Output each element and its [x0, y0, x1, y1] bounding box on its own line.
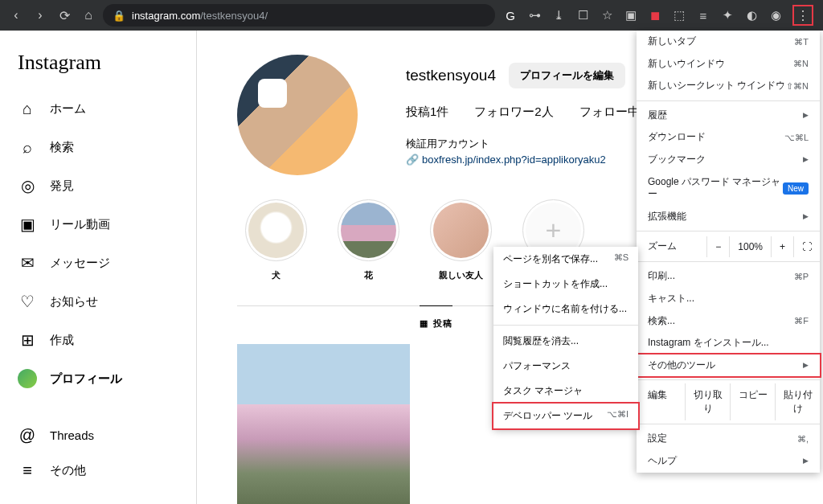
menu-help[interactable]: ヘルプ▶	[637, 450, 820, 473]
menu-paste[interactable]: 貼り付け	[775, 383, 820, 420]
sidebar-item-messages[interactable]: ✉メッセージ	[10, 245, 186, 281]
menu-incognito[interactable]: 新しいシークレット ウインドウ⇧⌘N	[637, 75, 820, 97]
highlight-item[interactable]: 親しい友人	[430, 199, 492, 281]
key-icon[interactable]: ⊶	[527, 8, 542, 23]
home-icon: ⌂	[18, 99, 37, 118]
profile-info: testkensyou4 プロフィールを編集 ⚙ 投稿1件 フォロワー2人 フォ…	[406, 55, 658, 175]
menu-downloads[interactable]: ダウンロード⌥⌘L	[637, 126, 820, 149]
submenu-task-manager[interactable]: タスク マネージャ	[493, 379, 638, 404]
submenu-clear-browsing[interactable]: 閲覧履歴を消去...	[493, 329, 638, 354]
menu-cast[interactable]: キャスト...	[637, 288, 820, 310]
url-domain: instagram.com	[132, 10, 200, 22]
sidebar-item-notifications[interactable]: ♡お知らせ	[10, 284, 186, 319]
hamburger-icon: ≡	[18, 461, 37, 480]
reels-icon: ▣	[18, 215, 37, 234]
address-bar[interactable]: 🔒 instagram.com/testkensyou4/	[103, 4, 495, 27]
search-icon: ⌕	[18, 137, 37, 157]
menu-zoom: ズーム − 100% + ⛶	[637, 235, 820, 258]
messenger-icon: ✉	[18, 253, 37, 272]
ext-icon-1[interactable]: ⤓	[551, 8, 566, 23]
ext-icon-3[interactable]: ◼	[648, 8, 662, 23]
sidebar-item-label: 発見	[50, 178, 74, 194]
tab-label: 投稿	[433, 318, 452, 330]
highlight-label: 犬	[272, 269, 280, 281]
sidebar-item-home[interactable]: ⌂ホーム	[10, 91, 186, 126]
highlight-item[interactable]: 犬	[245, 199, 307, 281]
profile-bio: 検証用アカウント	[406, 136, 658, 152]
url-path: /testkensyou4/	[200, 10, 268, 22]
sidebar-item-profile[interactable]: プロフィール	[10, 361, 186, 396]
profile-avatar[interactable]	[237, 55, 358, 175]
submenu-dev-tools[interactable]: デベロッパー ツール⌥⌘I	[492, 402, 640, 430]
submenu-save-as[interactable]: ページを別名で保存...⌘S	[493, 247, 638, 272]
home-button[interactable]: ⌂	[79, 6, 98, 25]
ext-icon-4[interactable]: ⬚	[672, 8, 686, 23]
menu-find[interactable]: 検索...⌘F	[637, 310, 820, 333]
sidebar-item-label: リール動画	[50, 217, 110, 232]
menu-history[interactable]: 履歴▶	[637, 104, 820, 127]
menu-copy[interactable]: コピー	[730, 383, 775, 420]
sidebar-item-create[interactable]: ⊞作成	[10, 322, 186, 358]
profile-link-text: boxfresh.jp/index.php?id=applikoryaku2	[422, 154, 606, 166]
menu-install[interactable]: Instagram をインストール...	[637, 332, 820, 354]
sidebar-item-search[interactable]: ⌕検索	[10, 129, 186, 165]
menu-extensions[interactable]: 拡張機能▶	[637, 206, 820, 228]
sidebar-item-explore[interactable]: ◎発見	[10, 168, 186, 203]
sidebar-bottom: @Threads ≡その他	[10, 417, 186, 488]
instagram-logo[interactable]: Instagram	[10, 51, 186, 91]
menu-edit-row: 編集 切り取り コピー 貼り付け	[637, 383, 820, 420]
sidebar-item-reels[interactable]: ▣リール動画	[10, 207, 186, 242]
forward-button[interactable]: ›	[31, 6, 50, 25]
chrome-menu-button[interactable]: ⋮	[792, 5, 813, 26]
menu-print[interactable]: 印刷...⌘P	[637, 265, 820, 288]
sidebar-item-label: ホーム	[50, 101, 86, 117]
ext-icon-2[interactable]: ▣	[624, 8, 638, 23]
stat-followers[interactable]: フォロワー2人	[474, 104, 553, 120]
highlight-item[interactable]: 花	[338, 199, 399, 281]
compass-icon: ◎	[18, 176, 37, 195]
profile-stats: 投稿1件 フォロワー2人 フォロー中1人	[406, 104, 658, 120]
threads-icon: @	[18, 425, 37, 445]
username: testkensyou4	[406, 67, 496, 84]
sidebar-item-threads[interactable]: @Threads	[10, 417, 186, 453]
submenu-performance[interactable]: パフォーマンス	[493, 354, 638, 379]
zoom-label: ズーム	[637, 235, 706, 258]
sidebar-item-label: その他	[50, 463, 86, 478]
menu-passwords[interactable]: Google パスワード マネージャーNew	[637, 171, 820, 206]
zoom-in-button[interactable]: +	[771, 236, 793, 257]
reload-button[interactable]: ⟳	[55, 6, 74, 25]
highlight-label: 花	[364, 269, 373, 281]
menu-cut[interactable]: 切り取り	[685, 383, 730, 420]
fullscreen-button[interactable]: ⛶	[793, 236, 820, 257]
menu-new-tab[interactable]: 新しいタブ⌘T	[637, 31, 820, 53]
puzzle-icon[interactable]: ✦	[720, 8, 735, 23]
lock-icon: 🔒	[113, 10, 125, 22]
profile-link[interactable]: 🔗boxfresh.jp/index.php?id=applikoryaku2	[406, 154, 658, 166]
ext-icon-5[interactable]: ≡	[696, 8, 710, 23]
sidebar-item-label: Threads	[50, 428, 94, 442]
sidebar-nav: ⌂ホーム ⌕検索 ◎発見 ▣リール動画 ✉メッセージ ♡お知らせ ⊞作成 プロフ…	[10, 91, 186, 396]
edit-profile-button[interactable]: プロフィールを編集	[509, 63, 625, 88]
toolbar-icons: G ⊶ ⤓ ☐ ☆ ▣ ◼ ⬚ ≡ ✦ ◐ ◉ ⋮	[500, 5, 817, 26]
sidebar: Instagram ⌂ホーム ⌕検索 ◎発見 ▣リール動画 ✉メッセージ ♡お知…	[0, 31, 197, 504]
share-icon[interactable]: ☐	[575, 8, 590, 23]
post-thumbnail[interactable]	[237, 344, 410, 504]
star-icon[interactable]: ☆	[600, 8, 614, 23]
sidebar-item-more[interactable]: ≡その他	[10, 453, 186, 488]
plus-icon: ⊞	[18, 330, 37, 350]
avatar-icon	[18, 369, 37, 388]
submenu-shortcut[interactable]: ショートカットを作成...	[493, 272, 638, 297]
menu-more-tools[interactable]: その他のツール▶	[635, 353, 821, 379]
menu-settings[interactable]: 設定⌘,	[637, 428, 820, 450]
google-icon[interactable]: G	[503, 8, 518, 23]
back-button[interactable]: ‹	[6, 6, 26, 25]
zoom-out-button[interactable]: −	[707, 236, 729, 257]
stat-posts: 投稿1件	[406, 104, 448, 120]
tab-posts[interactable]: ▦投稿	[420, 305, 452, 341]
ext-icon-6[interactable]: ◐	[744, 8, 759, 23]
menu-new-window[interactable]: 新しいウインドウ⌘N	[637, 53, 820, 76]
profile-chip[interactable]: ◉	[768, 8, 783, 23]
submenu-name-window[interactable]: ウィンドウに名前を付ける...	[493, 297, 638, 322]
menu-bookmarks[interactable]: ブックマーク▶	[637, 149, 820, 171]
link-icon: 🔗	[406, 154, 419, 166]
